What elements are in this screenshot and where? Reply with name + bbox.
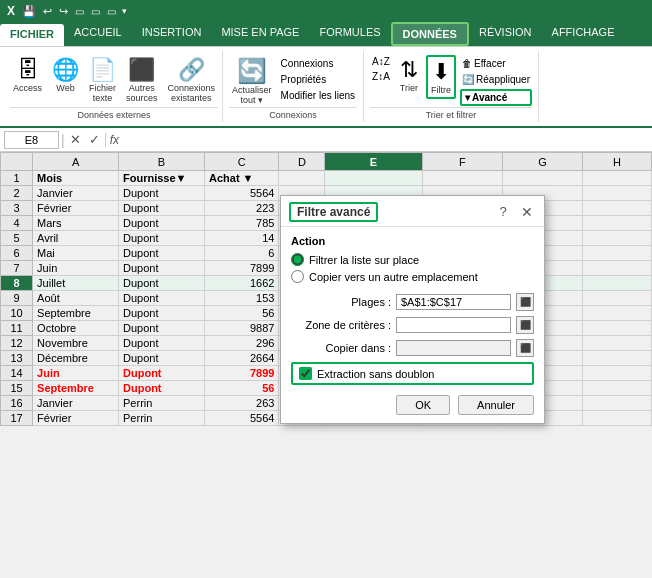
col-header-E[interactable]: E	[325, 153, 422, 171]
row-header-6[interactable]: 6	[1, 246, 33, 261]
cell-H4[interactable]	[583, 216, 652, 231]
cell-C3[interactable]: 223	[204, 201, 278, 216]
redo-icon[interactable]: ↪	[56, 4, 71, 19]
cell-B14[interactable]: Dupont	[119, 366, 205, 381]
row-header-8[interactable]: 8	[1, 276, 33, 291]
cell-C9[interactable]: 153	[204, 291, 278, 306]
cell-C7[interactable]: 7899	[204, 261, 278, 276]
row-header-7[interactable]: 7	[1, 261, 33, 276]
trier-button[interactable]: ⇅ Trier	[396, 55, 422, 95]
effacer-button[interactable]: 🗑 Effacer	[460, 57, 532, 70]
cell-H17[interactable]	[583, 411, 652, 426]
cell-F1[interactable]	[422, 171, 502, 186]
row-header-3[interactable]: 3	[1, 201, 33, 216]
row-header-1[interactable]: 1	[1, 171, 33, 186]
zone-criteres-input[interactable]	[396, 317, 511, 333]
cell-C4[interactable]: 785	[204, 216, 278, 231]
cell-A3[interactable]: Février	[33, 201, 119, 216]
quick-access-icon2[interactable]: ▭	[88, 5, 103, 18]
name-box[interactable]	[4, 131, 59, 149]
cell-H5[interactable]	[583, 231, 652, 246]
col-header-G[interactable]: G	[502, 153, 582, 171]
cell-C5[interactable]: 14	[204, 231, 278, 246]
row-header-9[interactable]: 9	[1, 291, 33, 306]
cell-A2[interactable]: Janvier	[33, 186, 119, 201]
row-header-12[interactable]: 12	[1, 336, 33, 351]
ok-button[interactable]: OK	[396, 395, 450, 415]
cell-C10[interactable]: 56	[204, 306, 278, 321]
cell-H12[interactable]	[583, 336, 652, 351]
tab-affichage[interactable]: AFFICHAGE	[542, 22, 625, 46]
cell-D1[interactable]	[279, 171, 325, 186]
zone-criteres-select-button[interactable]: ⬛	[516, 316, 534, 334]
cell-B13[interactable]: Dupont	[119, 351, 205, 366]
cell-H9[interactable]	[583, 291, 652, 306]
cell-A13[interactable]: Décembre	[33, 351, 119, 366]
cell-B9[interactable]: Dupont	[119, 291, 205, 306]
extraction-sans-doublon-row[interactable]: Extraction sans doublon	[291, 362, 534, 385]
filtrer-button[interactable]: ⬇ Filtre	[426, 55, 456, 99]
cell-H1[interactable]	[583, 171, 652, 186]
cell-B10[interactable]: Dupont	[119, 306, 205, 321]
row-header-10[interactable]: 10	[1, 306, 33, 321]
copier-dans-select-button[interactable]: ⬛	[516, 339, 534, 357]
row-header-15[interactable]: 15	[1, 381, 33, 396]
tab-insertion[interactable]: INSERTION	[132, 22, 212, 46]
row-header-5[interactable]: 5	[1, 231, 33, 246]
tab-revision[interactable]: RÉVISION	[469, 22, 542, 46]
cancel-formula-icon[interactable]: ✕	[67, 132, 84, 147]
cell-B5[interactable]: Dupont	[119, 231, 205, 246]
cell-H14[interactable]	[583, 366, 652, 381]
web-button[interactable]: 🌐 Web	[49, 55, 82, 95]
tab-donnees[interactable]: DONNÉES	[391, 22, 469, 46]
cell-A10[interactable]: Septembre	[33, 306, 119, 321]
sort-az-button[interactable]: A↕Z	[370, 55, 392, 68]
cancel-button[interactable]: Annuler	[458, 395, 534, 415]
cell-B6[interactable]: Dupont	[119, 246, 205, 261]
cell-H6[interactable]	[583, 246, 652, 261]
cell-H15[interactable]	[583, 381, 652, 396]
confirm-formula-icon[interactable]: ✓	[86, 132, 103, 147]
tab-fichier[interactable]: FICHIER	[0, 24, 64, 46]
connexions-existantes-button[interactable]: 🔗 Connexionsexistantes	[165, 55, 219, 105]
row-header-4[interactable]: 4	[1, 216, 33, 231]
cell-A14[interactable]: Juin	[33, 366, 119, 381]
radio-copier-vers[interactable]: Copier vers un autre emplacement	[291, 270, 534, 283]
radio-filtrer-sur-place[interactable]: Filtrer la liste sur place	[291, 253, 534, 266]
cell-H3[interactable]	[583, 201, 652, 216]
row-header-2[interactable]: 2	[1, 186, 33, 201]
cell-C15[interactable]: 56	[204, 381, 278, 396]
cell-A11[interactable]: Octobre	[33, 321, 119, 336]
access-button[interactable]: 🗄 Access	[10, 55, 45, 95]
cell-A17[interactable]: Février	[33, 411, 119, 426]
cell-E1[interactable]	[325, 171, 422, 186]
cell-B12[interactable]: Dupont	[119, 336, 205, 351]
fichier-texte-button[interactable]: 📄 Fichiertexte	[86, 55, 119, 105]
cell-B8[interactable]: Dupont	[119, 276, 205, 291]
cell-H16[interactable]	[583, 396, 652, 411]
row-header-16[interactable]: 16	[1, 396, 33, 411]
extraction-sans-doublon-checkbox[interactable]	[299, 367, 312, 380]
save-icon[interactable]: 💾	[19, 4, 39, 19]
col-header-C[interactable]: C	[204, 153, 278, 171]
cell-C8[interactable]: 1662	[204, 276, 278, 291]
cell-A1[interactable]: Mois	[33, 171, 119, 186]
autres-sources-button[interactable]: ⬛ Autressources	[123, 55, 161, 105]
quick-access-icon1[interactable]: ▭	[72, 5, 87, 18]
cell-A16[interactable]: Janvier	[33, 396, 119, 411]
cell-G1[interactable]	[502, 171, 582, 186]
cell-B3[interactable]: Dupont	[119, 201, 205, 216]
cell-C12[interactable]: 296	[204, 336, 278, 351]
tab-accueil[interactable]: ACCUEIL	[64, 22, 132, 46]
tab-mise-en-page[interactable]: MISE EN PAGE	[211, 22, 309, 46]
cell-A7[interactable]: Juin	[33, 261, 119, 276]
cell-A6[interactable]: Mai	[33, 246, 119, 261]
cell-H10[interactable]	[583, 306, 652, 321]
sort-za-button[interactable]: Z↕A	[370, 70, 392, 83]
cell-C17[interactable]: 5564	[204, 411, 278, 426]
cell-H7[interactable]	[583, 261, 652, 276]
row-header-14[interactable]: 14	[1, 366, 33, 381]
radio-copier-vers-input[interactable]	[291, 270, 304, 283]
cell-B2[interactable]: Dupont	[119, 186, 205, 201]
tab-formules[interactable]: FORMULES	[309, 22, 390, 46]
